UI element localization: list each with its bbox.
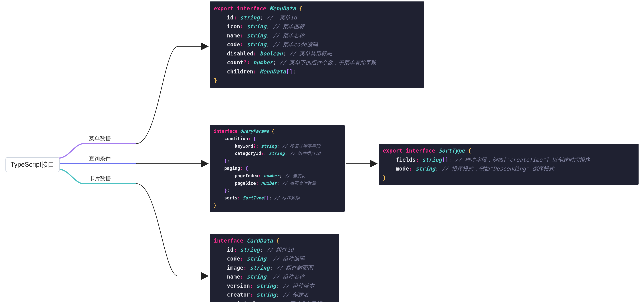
diagram-canvas: TypeScript接口 菜单数据 查询条件 卡片数据 export inter… [0,0,644,302]
branch-label-query: 查询条件 [89,155,111,163]
branch-label-menu: 菜单数据 [89,135,111,143]
code-box-query-params: interface QueryParams { condition: { key… [210,125,344,212]
code-box-menu-data: export interface MenuData { id: string; … [210,2,424,88]
branch-label-card: 卡片数据 [89,175,111,183]
code-box-card-data: interface CardData { id: string; // 组件id… [210,234,339,302]
root-label: TypeScript接口 [10,161,54,168]
code-box-sort-type: export interface SortType { fields: stri… [379,144,638,185]
root-node: TypeScript接口 [6,157,60,172]
